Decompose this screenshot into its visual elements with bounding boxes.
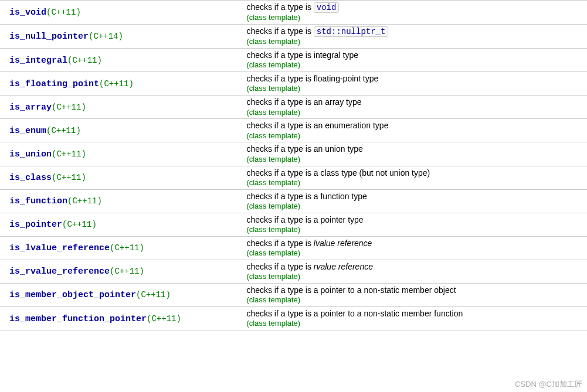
version-tag: (C++11) (52, 103, 86, 112)
description-text: checks if a type is a pointer to a non-s… (246, 308, 585, 319)
version-tag: (C++11) (136, 290, 171, 299)
table-row: is_class(C++11)checks if a type is a cla… (0, 166, 587, 189)
desc-pre: checks if a type is (246, 2, 313, 12)
table-row: is_floating_point(C++11)checks if a type… (0, 72, 587, 96)
version-tag: (C++11) (110, 267, 144, 276)
description-cell: checks if a type is an array type(class … (246, 96, 587, 119)
version-tag: (C++11) (52, 173, 86, 182)
trait-link[interactable]: is_pointer (9, 220, 62, 230)
version-tag: (C++11) (62, 220, 97, 229)
description-cell: checks if a type is void(class template) (246, 1, 587, 25)
type-traits-table: is_void(C++11)checks if a type is void(c… (0, 0, 587, 330)
desc-pre: checks if a type is an enumeration type (246, 121, 388, 130)
desc-pre: checks if a type is an union type (246, 144, 362, 154)
trait-link[interactable]: is_rvalue_reference (9, 267, 110, 277)
kind-label: (class template) (246, 60, 585, 70)
description-text: checks if a type is an array type (246, 97, 585, 107)
trait-cell: is_enum(C++11) (0, 119, 246, 142)
table-row: is_enum(C++11)checks if a type is an enu… (0, 119, 587, 142)
kind-label: (class template) (246, 13, 585, 23)
table-row: is_member_object_pointer(C++11)checks if… (0, 283, 587, 306)
desc-pre: checks if a type is a function type (246, 192, 367, 201)
description-cell: checks if a type is an enumeration type(… (246, 119, 587, 142)
trait-cell: is_union(C++11) (0, 142, 246, 166)
trait-cell: is_lvalue_reference(C++11) (0, 236, 246, 260)
kind-label: (class template) (246, 248, 585, 258)
description-cell: checks if a type is std::nullptr_t(class… (246, 25, 587, 49)
trait-cell: is_class(C++11) (0, 166, 246, 189)
description-text: checks if a type is floating-point type (246, 73, 585, 84)
kind-label: (class template) (246, 155, 585, 165)
trait-link[interactable]: is_class (9, 173, 52, 183)
version-tag: (C++11) (67, 56, 102, 65)
trait-cell: is_null_pointer(C++14) (0, 25, 246, 49)
description-text: checks if a type is a pointer to a non-s… (246, 285, 585, 295)
trait-link[interactable]: is_null_pointer (9, 32, 89, 42)
trait-link[interactable]: is_member_object_pointer (9, 290, 136, 300)
desc-pre: checks if a type is an array type (246, 97, 361, 107)
description-text: checks if a type is an union type (246, 144, 585, 154)
desc-pre: checks if a type is integral type (246, 50, 358, 60)
table-row: is_rvalue_reference(C++11)checks if a ty… (0, 260, 587, 283)
kind-label: (class template) (246, 108, 585, 118)
table-row: is_union(C++11)checks if a type is an un… (0, 142, 587, 166)
version-tag: (C++11) (99, 79, 134, 88)
description-cell: checks if a type is an union type(class … (246, 142, 587, 166)
description-text: checks if a type is integral type (246, 50, 585, 60)
description-text: checks if a type is void (246, 2, 585, 13)
desc-pre: checks if a type is (246, 238, 313, 248)
desc-pre: checks if a type is a class type (but no… (246, 168, 430, 178)
version-tag: (C++11) (52, 149, 86, 159)
description-cell: checks if a type is integral type(class … (246, 49, 587, 72)
version-tag: (C++11) (46, 8, 81, 17)
trait-link[interactable]: is_function (9, 196, 67, 206)
desc-pre: checks if a type is a pointer to a non-s… (246, 285, 456, 295)
table-row: is_array(C++11)checks if a type is an ar… (0, 96, 587, 119)
version-tag: (C++11) (147, 314, 181, 323)
description-cell: checks if a type is rvalue reference(cla… (246, 260, 587, 283)
description-cell: checks if a type is a pointer type(class… (246, 213, 587, 236)
description-text: checks if a type is a function type (246, 191, 585, 202)
trait-cell: is_pointer(C++11) (0, 213, 246, 236)
trait-cell: is_floating_point(C++11) (0, 72, 246, 96)
trait-link[interactable]: is_union (9, 149, 52, 159)
description-cell: checks if a type is floating-point type(… (246, 72, 587, 96)
trait-link[interactable]: is_integral (9, 56, 67, 66)
trait-link[interactable]: is_member_function_pointer (9, 314, 147, 324)
desc-italic: lvalue reference (314, 238, 372, 248)
description-cell: checks if a type is a class type (but no… (246, 166, 587, 189)
trait-link[interactable]: is_floating_point (9, 79, 99, 89)
trait-cell: is_function(C++11) (0, 189, 246, 213)
description-text: checks if a type is a pointer type (246, 214, 585, 225)
trait-cell: is_member_object_pointer(C++11) (0, 283, 246, 306)
trait-cell: is_member_function_pointer(C++11) (0, 307, 246, 330)
desc-pre: checks if a type is a pointer to a non-s… (246, 309, 463, 318)
table-row: is_member_function_pointer(C++11)checks … (0, 307, 587, 330)
description-text: checks if a type is lvalue reference (246, 238, 585, 248)
version-tag: (C++11) (67, 196, 102, 206)
trait-link[interactable]: is_enum (9, 126, 46, 136)
kind-label: (class template) (246, 272, 585, 282)
kind-label: (class template) (246, 225, 585, 235)
kind-label: (class template) (246, 131, 585, 141)
inline-code[interactable]: std::nullptr_t (314, 26, 389, 37)
kind-label: (class template) (246, 84, 585, 94)
description-cell: checks if a type is lvalue reference(cla… (246, 236, 587, 260)
desc-pre: checks if a type is floating-point type (246, 74, 378, 83)
table-row: is_integral(C++11)checks if a type is in… (0, 49, 587, 72)
table-row: is_function(C++11)checks if a type is a … (0, 189, 587, 213)
trait-link[interactable]: is_void (9, 8, 46, 18)
trait-link[interactable]: is_lvalue_reference (9, 243, 110, 253)
table-row: is_lvalue_reference(C++11)checks if a ty… (0, 236, 587, 260)
desc-pre: checks if a type is a pointer type (246, 215, 363, 224)
trait-cell: is_rvalue_reference(C++11) (0, 260, 246, 283)
trait-link[interactable]: is_array (9, 103, 52, 113)
kind-label: (class template) (246, 319, 585, 329)
table-row: is_pointer(C++11)checks if a type is a p… (0, 213, 587, 236)
desc-italic: rvalue reference (314, 262, 373, 271)
description-text: checks if a type is an enumeration type (246, 120, 585, 131)
inline-code[interactable]: void (314, 2, 340, 13)
table-row: is_void(C++11)checks if a type is void(c… (0, 1, 587, 25)
version-tag: (C++14) (89, 32, 123, 41)
trait-cell: is_integral(C++11) (0, 49, 246, 72)
